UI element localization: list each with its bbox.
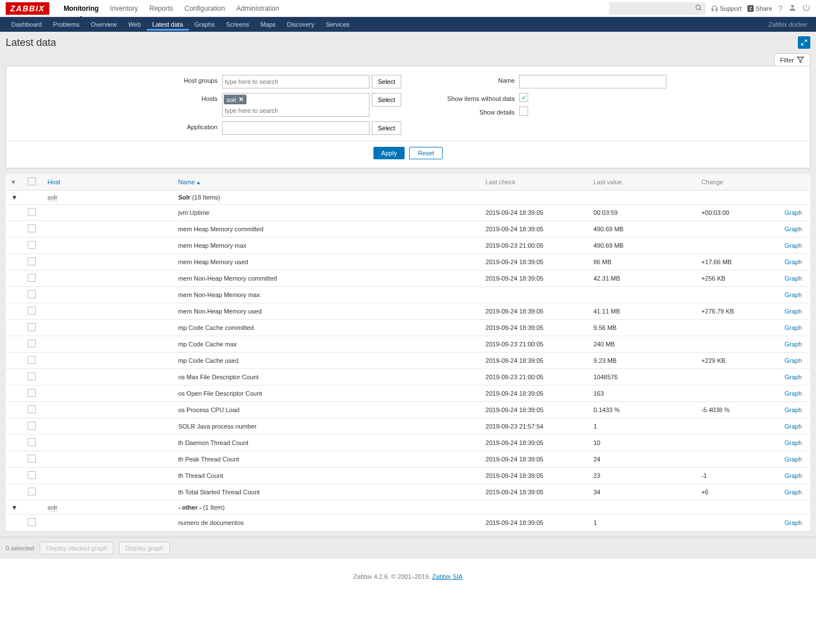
power-icon[interactable]	[802, 3, 810, 13]
row-checkbox[interactable]	[28, 518, 36, 526]
host-token[interactable]: solr ✕	[224, 95, 247, 104]
logo[interactable]: ZABBIX	[6, 2, 49, 15]
col-host[interactable]: Host	[43, 174, 174, 190]
subnav-web[interactable]: Web	[122, 18, 146, 31]
row-checkbox[interactable]	[28, 241, 36, 249]
zabbix-sia-link[interactable]: Zabbix SIA	[432, 573, 463, 580]
topnav-configuration[interactable]: Configuration	[179, 1, 231, 16]
row-checkbox[interactable]	[28, 290, 36, 298]
graph-link[interactable]: Graph	[784, 489, 802, 495]
item-last-check: 2019-09-24 18:39:05	[481, 303, 589, 320]
graph-link[interactable]: Graph	[784, 324, 802, 331]
graph-link[interactable]: Graph	[784, 423, 802, 430]
fullscreen-icon[interactable]	[798, 36, 810, 49]
name-input[interactable]	[519, 75, 666, 88]
row-checkbox[interactable]	[28, 422, 36, 430]
topnav-administration[interactable]: Administration	[231, 1, 285, 16]
group-toggle[interactable]: ▼	[6, 190, 23, 205]
group-host[interactable]: solr	[48, 504, 58, 511]
table-row: mp Code Cache max2019-09-23 21:00:05240 …	[6, 336, 810, 353]
subnav-discovery[interactable]: Discovery	[281, 18, 320, 31]
row-checkbox[interactable]	[28, 405, 36, 413]
hosts-input[interactable]: solr ✕	[222, 93, 369, 117]
group-toggle[interactable]: ▼	[6, 501, 23, 515]
row-checkbox[interactable]	[28, 488, 36, 495]
graph-link[interactable]: Graph	[784, 275, 802, 282]
subnav-dashboard[interactable]: Dashboard	[6, 18, 48, 31]
host-groups-input[interactable]	[222, 75, 369, 88]
row-checkbox[interactable]	[28, 224, 36, 232]
row-checkbox[interactable]	[28, 307, 36, 315]
display-graph-button[interactable]: Display graph	[119, 542, 169, 554]
subnav-problems[interactable]: Problems	[48, 18, 85, 31]
subnav-screens[interactable]: Screens	[220, 18, 254, 31]
row-checkbox[interactable]	[28, 356, 36, 364]
subnav-graphs[interactable]: Graphs	[189, 18, 220, 31]
show-details-checkbox[interactable]	[519, 107, 528, 116]
toggle-all[interactable]: ▼	[6, 174, 23, 190]
row-checkbox[interactable]	[28, 471, 36, 479]
search-icon[interactable]	[695, 4, 702, 13]
group-host[interactable]: solr	[48, 194, 58, 201]
item-change	[697, 336, 775, 353]
row-checkbox[interactable]	[28, 208, 36, 216]
user-icon[interactable]	[788, 3, 797, 14]
share-link[interactable]: ZShare	[747, 5, 772, 12]
row-checkbox[interactable]	[28, 257, 36, 265]
item-name: os Process CPU Load	[173, 402, 481, 418]
row-checkbox[interactable]	[28, 372, 36, 380]
group-row: ▼solrSolr (18 Items)	[6, 190, 810, 205]
graph-link[interactable]: Graph	[784, 390, 802, 397]
row-checkbox[interactable]	[28, 340, 36, 348]
row-checkbox[interactable]	[28, 438, 36, 446]
subnav-overview[interactable]: Overview	[85, 18, 122, 31]
host-groups-select-btn[interactable]: Select	[372, 75, 402, 88]
graph-link[interactable]: Graph	[784, 341, 802, 348]
support-link[interactable]: Support	[711, 5, 742, 12]
select-all-checkbox[interactable]	[28, 177, 36, 185]
graph-link[interactable]: Graph	[784, 456, 802, 463]
help-icon[interactable]: ?	[778, 3, 783, 13]
col-name[interactable]: Name▲	[173, 174, 481, 190]
topnav-inventory[interactable]: Inventory	[104, 1, 143, 16]
subnav-maps[interactable]: Maps	[254, 18, 281, 31]
row-checkbox[interactable]	[28, 389, 36, 397]
graph-link[interactable]: Graph	[784, 406, 802, 413]
graph-link[interactable]: Graph	[784, 308, 802, 315]
item-last-check: 2019-09-23 21:57:54	[481, 418, 589, 435]
row-checkbox[interactable]	[28, 274, 36, 282]
hosts-select-btn[interactable]: Select	[372, 93, 402, 107]
graph-link[interactable]: Graph	[784, 291, 802, 298]
graph-link[interactable]: Graph	[784, 259, 802, 265]
graph-link[interactable]: Graph	[784, 226, 802, 232]
row-checkbox[interactable]	[28, 323, 36, 331]
token-remove-icon[interactable]: ✕	[239, 96, 244, 103]
item-change: +256 KB	[697, 270, 775, 287]
row-checkbox[interactable]	[28, 455, 36, 463]
show-items-checkbox[interactable]: ✓	[519, 93, 528, 102]
application-input[interactable]	[222, 121, 369, 135]
graph-link[interactable]: Graph	[784, 439, 802, 446]
application-select-btn[interactable]: Select	[372, 121, 402, 135]
topnav-monitoring[interactable]: Monitoring	[58, 1, 104, 16]
graph-link[interactable]: Graph	[784, 357, 802, 364]
table-row: os Max File Descriptor Count2019-09-23 2…	[6, 369, 810, 385]
item-name: th Thread Count	[173, 468, 481, 484]
item-name: jvm Uptime	[173, 205, 481, 221]
subnav-latest-data[interactable]: Latest data	[147, 18, 189, 31]
topnav-reports[interactable]: Reports	[143, 1, 178, 16]
display-stacked-graph-button[interactable]: Display stacked graph	[40, 542, 113, 554]
filter-toggle[interactable]: Filter	[774, 53, 810, 66]
page-header: Latest data	[0, 32, 816, 53]
reset-button[interactable]: Reset	[409, 147, 443, 159]
graph-link[interactable]: Graph	[784, 519, 802, 526]
graph-link[interactable]: Graph	[784, 242, 802, 249]
subnav-services[interactable]: Services	[320, 18, 355, 31]
graph-link[interactable]: Graph	[784, 472, 802, 479]
search-input[interactable]	[613, 4, 692, 12]
data-table: ▼ Host Name▲ Last check Last value Chang…	[6, 174, 810, 531]
apply-button[interactable]: Apply	[373, 147, 405, 159]
graph-link[interactable]: Graph	[784, 209, 802, 216]
graph-link[interactable]: Graph	[784, 374, 802, 380]
item-last-check: 2019-09-24 18:39:05	[481, 402, 589, 418]
